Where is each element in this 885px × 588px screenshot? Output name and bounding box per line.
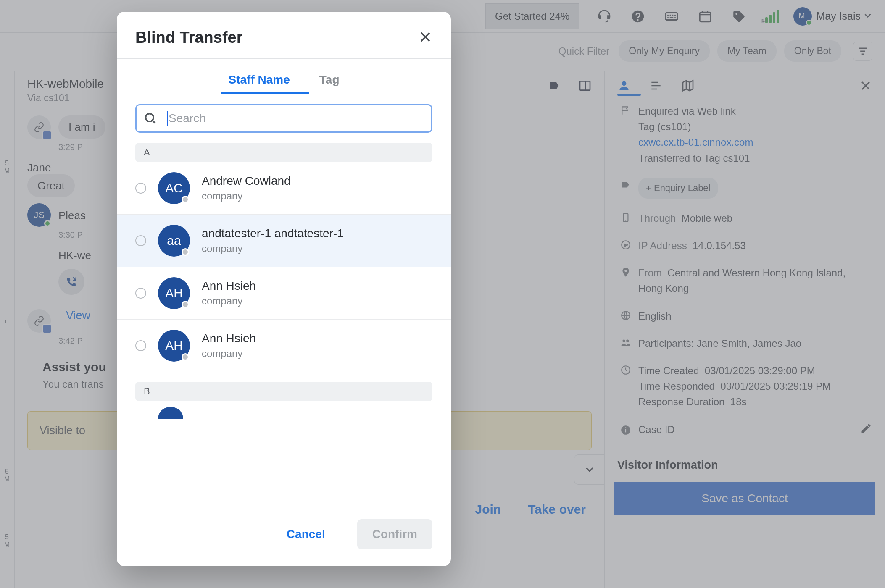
radio[interactable] (135, 288, 146, 299)
staff-company: company (202, 243, 344, 255)
radio[interactable] (135, 340, 146, 351)
staff-row[interactable]: aa andtatester-1 andtatester-1company (117, 215, 451, 267)
search-input[interactable] (168, 111, 424, 126)
radio[interactable] (135, 235, 146, 246)
staff-row[interactable]: AH Ann Hsiehcompany (117, 320, 451, 372)
staff-company: company (202, 190, 291, 202)
blind-transfer-modal: Blind Transfer Staff Name Tag A AC Andre… (117, 12, 451, 566)
tab-tag[interactable]: Tag (319, 73, 340, 94)
tab-staff-name[interactable]: Staff Name (229, 73, 290, 94)
staff-name: andtatester-1 andtatester-1 (202, 227, 344, 240)
staff-company: company (202, 295, 256, 307)
staff-company: company (202, 348, 256, 360)
confirm-button[interactable]: Confirm (357, 519, 432, 549)
cancel-button[interactable]: Cancel (271, 519, 340, 549)
staff-name: Ann Hsieh (202, 332, 256, 345)
section-letter: A (135, 143, 432, 162)
staff-row[interactable]: AH Ann Hsiehcompany (117, 267, 451, 320)
section-letter: B (135, 382, 432, 401)
staff-row[interactable]: AC Andrew Cowlandcompany (117, 162, 451, 215)
close-icon[interactable] (418, 30, 432, 46)
svg-point-30 (146, 114, 153, 121)
search-input-wrapper[interactable] (135, 104, 432, 133)
radio[interactable] (135, 183, 146, 194)
staff-name: Andrew Cowland (202, 174, 291, 188)
staff-name: Ann Hsieh (202, 279, 256, 293)
modal-title: Blind Transfer (135, 29, 243, 47)
search-icon (143, 111, 158, 126)
